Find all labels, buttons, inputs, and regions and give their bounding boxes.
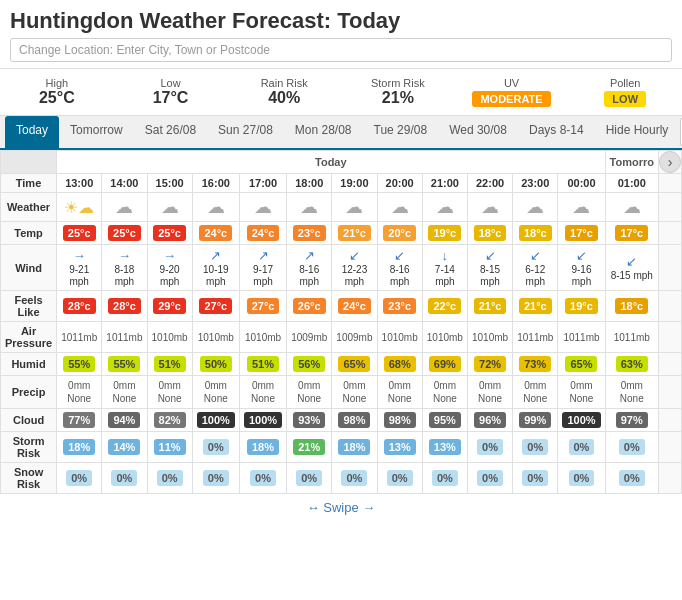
precip-cell: 0mmNone	[332, 376, 377, 409]
wind-cell: ↓7-14 mph	[422, 245, 467, 291]
precip-row-label: Precip	[1, 376, 57, 409]
temp-cell: 23°c	[287, 222, 332, 245]
feels-cell: 24°c	[332, 291, 377, 322]
today-col-header: Today	[57, 151, 605, 174]
pressure-cell: 1010mb	[377, 322, 422, 353]
precip-cell: 0mmNone	[422, 376, 467, 409]
feels-cell: 29°c	[147, 291, 192, 322]
tab-sat[interactable]: Sat 26/08	[134, 116, 207, 148]
humid-cell: 63%	[605, 353, 658, 376]
cloud-cell: 96%	[467, 409, 512, 432]
feels-cell: 22°c	[422, 291, 467, 322]
temp-cell: 25°c	[147, 222, 192, 245]
pressure-cell: 1010mb	[147, 322, 192, 353]
pressure-cell: 1011mb	[605, 322, 658, 353]
temp-row-label: Temp	[1, 222, 57, 245]
feels-cell: 26°c	[287, 291, 332, 322]
weather-cell: ☁	[377, 193, 422, 222]
storm-cell: 0%	[605, 432, 658, 463]
precip-cell: 0mmNone	[102, 376, 147, 409]
time-cell: 16:00	[192, 174, 239, 193]
tab-bar: Today Tomorrow Sat 26/08 Sun 27/08 Mon 2…	[0, 116, 682, 150]
wind-cell: ↙6-12 mph	[513, 245, 558, 291]
weather-cell: ☁	[102, 193, 147, 222]
cloud-cell: 77%	[57, 409, 102, 432]
scroll-right-arrow[interactable]: ›	[659, 151, 681, 173]
precip-cell: 0mmNone	[467, 376, 512, 409]
tab-hide-hourly[interactable]: Hide Hourly	[595, 116, 680, 148]
uv-index: UV MODERATE	[465, 77, 559, 107]
pressure-cell: 1010mb	[422, 322, 467, 353]
time-cell: 00:00	[558, 174, 605, 193]
forecast-table: Today Tomorro › Time13:0014:0015:0016:00…	[0, 150, 682, 494]
time-cell: 14:00	[102, 174, 147, 193]
snow-cell: 0%	[377, 463, 422, 494]
wind-cell: ↙8-16 mph	[377, 245, 422, 291]
snow-cell: 0%	[102, 463, 147, 494]
wind-cell: ↙9-16 mph	[558, 245, 605, 291]
weather-cell: ☁	[192, 193, 239, 222]
tab-days8-14[interactable]: Days 8-14	[518, 116, 595, 148]
weather-cell: ☁	[513, 193, 558, 222]
cloud-cell: 100%	[192, 409, 239, 432]
snow-cell: 0%	[57, 463, 102, 494]
cloud-cell: 97%	[605, 409, 658, 432]
storm-cell: 21%	[287, 432, 332, 463]
humid-cell: 56%	[287, 353, 332, 376]
feels-cell: 28°c	[57, 291, 102, 322]
wind-cell: →9-21 mph	[57, 245, 102, 291]
storm-cell: 0%	[192, 432, 239, 463]
weather-cell: ☁	[147, 193, 192, 222]
humid-cell: 51%	[147, 353, 192, 376]
time-cell: 13:00	[57, 174, 102, 193]
wind-cell: ↙8-15 mph	[605, 245, 658, 291]
precip-cell: 0mmNone	[147, 376, 192, 409]
snow-row-label: SnowRisk	[1, 463, 57, 494]
humid-cell: 55%	[102, 353, 147, 376]
pressure-cell: 1011mb	[57, 322, 102, 353]
humid-cell: 51%	[239, 353, 286, 376]
weather-cell: ☁	[467, 193, 512, 222]
tab-tomorrow[interactable]: Tomorrow	[59, 116, 134, 148]
weather-cell: ☁	[605, 193, 658, 222]
tab-wed[interactable]: Wed 30/08	[438, 116, 518, 148]
tab-sun[interactable]: Sun 27/08	[207, 116, 284, 148]
tab-mon[interactable]: Mon 28/08	[284, 116, 363, 148]
weather-cell: ☀☁	[57, 193, 102, 222]
wind-cell: ↗8-16 mph	[287, 245, 332, 291]
tab-today[interactable]: Today	[5, 116, 59, 148]
feels-cell: 21°c	[467, 291, 512, 322]
feels-cell: 27°c	[239, 291, 286, 322]
temp-cell: 18°c	[513, 222, 558, 245]
storm-cell: 0%	[558, 432, 605, 463]
tab-tue[interactable]: Tue 29/08	[363, 116, 439, 148]
temp-cell: 25°c	[102, 222, 147, 245]
storm-cell: 11%	[147, 432, 192, 463]
precip-cell: 0mmNone	[377, 376, 422, 409]
snow-cell: 0%	[147, 463, 192, 494]
location-bar[interactable]: Change Location: Enter City, Town or Pos…	[10, 38, 672, 62]
temp-cell: 25°c	[57, 222, 102, 245]
cloud-cell: 98%	[332, 409, 377, 432]
weather-row-label: Weather	[1, 193, 57, 222]
pollen-level: Pollen LOW	[578, 77, 672, 107]
cloud-cell: 100%	[239, 409, 286, 432]
feels-cell: 28°c	[102, 291, 147, 322]
storm-cell: 14%	[102, 432, 147, 463]
precip-cell: 0mmNone	[192, 376, 239, 409]
cloud-cell: 82%	[147, 409, 192, 432]
humid-cell: 68%	[377, 353, 422, 376]
time-cell: 23:00	[513, 174, 558, 193]
humid-cell: 69%	[422, 353, 467, 376]
storm-cell: 18%	[57, 432, 102, 463]
pressure-cell: 1009mb	[332, 322, 377, 353]
temp-cell: 24°c	[239, 222, 286, 245]
time-cell: 17:00	[239, 174, 286, 193]
humid-cell: 65%	[332, 353, 377, 376]
humid-cell: 73%	[513, 353, 558, 376]
cloud-cell: 100%	[558, 409, 605, 432]
wind-cell: →8-18 mph	[102, 245, 147, 291]
wind-cell: ↗9-17 mph	[239, 245, 286, 291]
cloud-cell: 98%	[377, 409, 422, 432]
snow-cell: 0%	[605, 463, 658, 494]
